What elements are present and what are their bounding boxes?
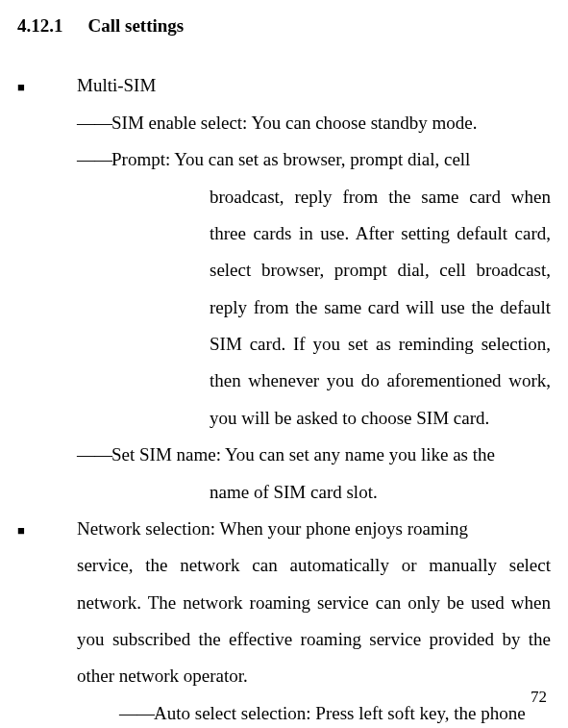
sub-item-auto-select: ――Auto select selection: Press left soft… — [119, 695, 551, 728]
dash-prefix: ―― — [119, 703, 154, 723]
section-header: 4.12.1Call settings — [17, 8, 551, 44]
network-continuation: service, the network can automatically o… — [77, 547, 551, 695]
prompt-line1: Prompt: You can set as browser, prompt d… — [111, 149, 470, 169]
dash-prefix: ―― — [77, 113, 111, 133]
sub-item-prompt: ――Prompt: You can set as browser, prompt… — [77, 141, 551, 178]
document-page: 4.12.1Call settings ■ Multi-SIM ――SIM en… — [0, 0, 568, 728]
auto-select-line1: Auto select selection: Press left soft k… — [154, 703, 526, 723]
set-sim-line1: Set SIM name: You can set any name you l… — [111, 444, 495, 464]
bullet-label: Multi-SIM — [77, 67, 551, 104]
dash-prefix: ―― — [77, 444, 111, 464]
bullet-square-icon: ■ — [17, 75, 77, 100]
prompt-continuation: broadcast, reply from the same card when… — [210, 179, 551, 438]
network-line1: Network selection: When your phone enjoy… — [77, 511, 551, 547]
bullet-square-icon: ■ — [17, 518, 77, 543]
sim-enable-text: SIM enable select: You can choose standb… — [111, 113, 477, 133]
set-sim-continuation: name of SIM card slot. — [210, 474, 551, 511]
section-title: Call settings — [88, 15, 185, 36]
bullet-item-network: ■ Network selection: When your phone enj… — [17, 511, 551, 547]
dash-prefix: ―― — [77, 149, 111, 169]
sub-item-sim-enable: ――SIM enable select: You can choose stan… — [77, 105, 551, 141]
section-number: 4.12.1 — [17, 8, 63, 44]
sub-item-set-sim: ――Set SIM name: You can set any name you… — [77, 437, 551, 473]
page-number: 72 — [531, 688, 547, 707]
bullet-item-multisim: ■ Multi-SIM — [17, 67, 551, 104]
